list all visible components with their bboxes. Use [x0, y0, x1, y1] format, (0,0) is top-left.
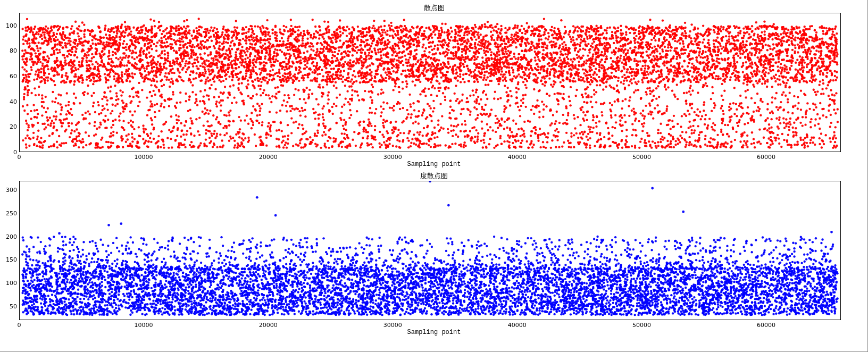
svg-point-16241 [619, 288, 621, 290]
svg-point-3949 [137, 27, 139, 29]
svg-point-8724 [160, 68, 162, 70]
svg-point-7518 [333, 55, 335, 57]
svg-point-17926 [444, 289, 446, 291]
svg-point-6453 [115, 41, 117, 43]
svg-point-5776 [61, 74, 63, 76]
svg-point-3496 [512, 69, 514, 71]
svg-point-6600 [604, 69, 606, 71]
svg-point-8440 [152, 62, 154, 64]
svg-point-16875 [652, 267, 654, 269]
svg-point-17037 [303, 271, 305, 273]
svg-point-6434 [756, 93, 758, 95]
svg-point-15470 [507, 267, 510, 270]
svg-point-129 [632, 68, 634, 70]
svg-point-5142 [524, 43, 527, 45]
svg-point-14775 [25, 261, 27, 263]
svg-point-12262 [277, 275, 279, 278]
svg-point-17397 [674, 303, 676, 305]
svg-point-1656 [415, 53, 418, 55]
svg-point-6277 [722, 75, 724, 77]
svg-point-17439 [480, 300, 482, 303]
svg-point-3778 [88, 135, 90, 137]
svg-point-15947 [285, 288, 287, 290]
svg-point-3088 [155, 142, 157, 144]
svg-point-7861 [116, 132, 118, 134]
svg-point-12569 [266, 295, 268, 297]
svg-point-1646 [737, 34, 739, 36]
svg-point-16225 [649, 281, 652, 283]
svg-point-8115 [79, 29, 81, 31]
svg-point-7317 [680, 26, 682, 28]
svg-point-14143 [199, 274, 201, 276]
svg-point-14681 [748, 306, 750, 308]
svg-point-3331 [171, 130, 173, 132]
svg-point-7039 [141, 89, 143, 91]
svg-point-15290 [185, 298, 187, 300]
svg-point-7107 [143, 24, 145, 27]
svg-point-14140 [301, 305, 303, 307]
svg-point-3787 [314, 80, 316, 82]
svg-point-8547 [739, 45, 741, 47]
svg-point-8431 [499, 62, 501, 64]
svg-point-17947 [410, 309, 412, 311]
svg-point-7856 [754, 43, 756, 45]
svg-point-17906 [112, 270, 114, 272]
svg-point-17057 [486, 300, 488, 303]
svg-point-1744 [208, 87, 211, 89]
svg-point-8029 [600, 54, 602, 56]
svg-point-7096 [750, 47, 753, 49]
svg-point-15678 [567, 287, 569, 289]
svg-point-7305 [760, 63, 762, 65]
svg-point-8031 [677, 28, 679, 30]
svg-point-14406 [380, 301, 382, 303]
svg-point-16577 [392, 297, 394, 299]
svg-point-8613 [144, 70, 146, 72]
svg-point-15468 [198, 313, 200, 315]
svg-point-7800 [154, 116, 156, 118]
svg-point-3857 [453, 55, 455, 57]
svg-point-8165 [249, 60, 251, 62]
svg-point-6853 [505, 60, 507, 62]
svg-point-7959 [493, 29, 495, 31]
svg-point-6328 [163, 49, 165, 52]
svg-point-12024 [474, 284, 477, 286]
svg-point-17966 [562, 254, 564, 256]
svg-point-1980 [557, 103, 560, 105]
svg-point-13124 [676, 241, 678, 244]
svg-point-2600 [402, 70, 404, 72]
svg-point-1107 [611, 31, 613, 33]
svg-point-5371 [834, 75, 836, 77]
svg-point-6595 [273, 78, 275, 80]
svg-point-11429 [407, 242, 410, 244]
svg-point-2490 [834, 112, 837, 114]
svg-point-17965 [296, 305, 298, 307]
svg-point-3624 [522, 37, 524, 39]
svg-point-3831 [147, 140, 149, 143]
svg-point-16302 [296, 278, 298, 280]
svg-point-2268 [659, 53, 661, 55]
svg-point-2532 [515, 87, 518, 89]
svg-point-45 [694, 129, 696, 131]
svg-point-8139 [513, 55, 515, 57]
svg-point-6845 [290, 117, 293, 119]
svg-point-2 [81, 81, 84, 83]
svg-point-8788 [43, 33, 45, 36]
svg-point-5788 [260, 81, 262, 83]
svg-point-16245 [335, 314, 337, 316]
svg-point-4538 [223, 134, 226, 136]
svg-point-4279 [483, 23, 486, 25]
svg-point-8405 [569, 104, 571, 106]
svg-point-7865 [292, 49, 294, 51]
svg-point-1582 [522, 130, 524, 132]
svg-point-3019 [149, 45, 152, 47]
svg-point-9613 [269, 244, 271, 246]
svg-point-7456 [21, 66, 23, 68]
svg-point-17515 [750, 251, 753, 253]
svg-point-15366 [244, 280, 246, 282]
svg-point-12380 [664, 295, 666, 297]
svg-point-16466 [617, 274, 619, 276]
svg-point-14249 [805, 293, 807, 295]
svg-point-5473 [243, 99, 245, 102]
svg-point-17455 [189, 253, 191, 255]
svg-point-6597 [178, 28, 180, 30]
